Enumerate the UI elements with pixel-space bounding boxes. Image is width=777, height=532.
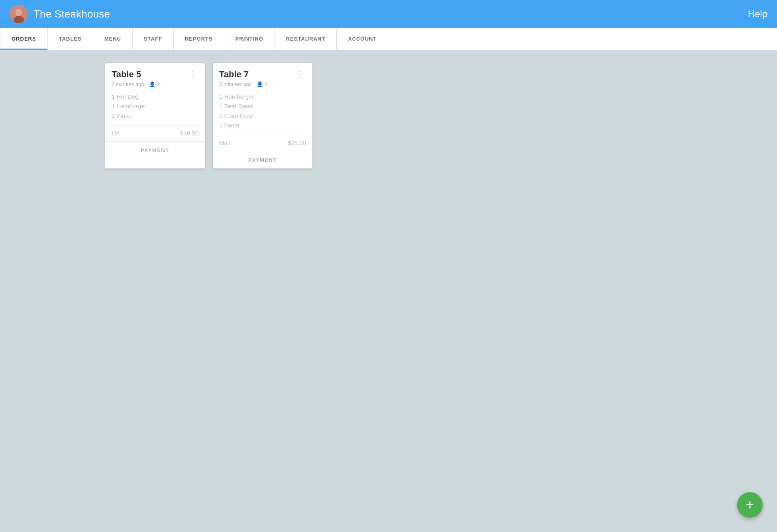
card-footer-row: Liz $19.50 xyxy=(112,125,198,137)
svg-point-3 xyxy=(16,9,22,16)
payment-button[interactable]: PAYMENT xyxy=(105,141,205,159)
guests-count: 👤 2 xyxy=(257,81,267,87)
order-total: $25.00 xyxy=(288,139,306,146)
order-card[interactable]: Table 5 ⋮ 2 minutes ago 👤 2 1 Hot Dog1 H… xyxy=(105,63,205,168)
card-meta: 5 minutes ago 👤 2 xyxy=(219,81,306,87)
card-header-row: Table 5 ⋮ xyxy=(112,69,198,80)
person-icon: 👤 xyxy=(149,81,155,87)
order-item: 2 Water xyxy=(112,111,198,121)
table-name: Table 5 xyxy=(112,69,141,80)
app-header: The Steakhouse Help xyxy=(0,0,777,28)
time-ago: 5 minutes ago xyxy=(219,81,252,87)
staff-name: Matt xyxy=(219,139,231,146)
order-total: $19.50 xyxy=(180,130,198,137)
order-item: 1 Coca Cola xyxy=(219,111,306,121)
avatar[interactable] xyxy=(10,5,28,23)
main-nav: ORDERS TABLES MENU STAFF REPORTS PRINTIN… xyxy=(0,28,777,50)
order-item: 1 Beaf Steak xyxy=(219,102,306,111)
help-link[interactable]: Help xyxy=(748,8,767,20)
nav-item-restaurant[interactable]: RESTAURANT xyxy=(275,28,337,50)
card-body: Table 5 ⋮ 2 minutes ago 👤 2 1 Hot Dog1 H… xyxy=(105,63,205,141)
order-item: 1 Fanta xyxy=(219,121,306,130)
app-title: The Steakhouse xyxy=(33,8,110,20)
staff-name: Liz xyxy=(112,130,119,137)
card-items: 1 Hamburger1 Beaf Steak1 Coca Cola1 Fant… xyxy=(219,92,306,130)
nav-item-account[interactable]: ACCOUNT xyxy=(337,28,388,50)
order-item: 1 Hamburger xyxy=(219,92,306,102)
person-icon: 👤 xyxy=(257,81,263,87)
nav-item-orders[interactable]: ORDERS xyxy=(0,28,48,50)
time-ago: 2 minutes ago xyxy=(112,81,144,87)
order-item: 1 Hamburger xyxy=(112,102,198,111)
card-body: Table 7 ⋮ 5 minutes ago 👤 2 1 Hamburger1… xyxy=(213,63,312,151)
guests-number: 2 xyxy=(265,81,267,87)
card-header-row: Table 7 ⋮ xyxy=(219,69,306,80)
nav-item-menu[interactable]: MENU xyxy=(93,28,133,50)
guests-number: 2 xyxy=(157,81,160,87)
card-footer-row: Matt $25.00 xyxy=(219,135,306,146)
guests-count: 👤 2 xyxy=(149,81,160,87)
orders-container: Table 5 ⋮ 2 minutes ago 👤 2 1 Hot Dog1 H… xyxy=(10,63,767,168)
table-name: Table 7 xyxy=(219,69,249,80)
main-content: Table 5 ⋮ 2 minutes ago 👤 2 1 Hot Dog1 H… xyxy=(0,50,777,532)
order-item: 1 Hot Dog xyxy=(112,92,198,102)
order-card[interactable]: Table 7 ⋮ 5 minutes ago 👤 2 1 Hamburger1… xyxy=(213,63,312,168)
payment-button[interactable]: PAYMENT xyxy=(213,151,312,168)
card-items: 1 Hot Dog1 Hamburger2 Water xyxy=(112,92,198,121)
add-order-button[interactable]: + xyxy=(737,492,763,518)
nav-item-reports[interactable]: REPORTS xyxy=(174,28,224,50)
card-meta: 2 minutes ago 👤 2 xyxy=(112,81,198,87)
nav-item-tables[interactable]: TABLES xyxy=(48,28,93,50)
nav-item-printing[interactable]: PRINTING xyxy=(224,28,275,50)
header-left: The Steakhouse xyxy=(10,5,110,23)
nav-item-staff[interactable]: STAFF xyxy=(133,28,174,50)
more-options-icon[interactable]: ⋮ xyxy=(295,69,306,79)
more-options-icon[interactable]: ⋮ xyxy=(187,69,198,79)
